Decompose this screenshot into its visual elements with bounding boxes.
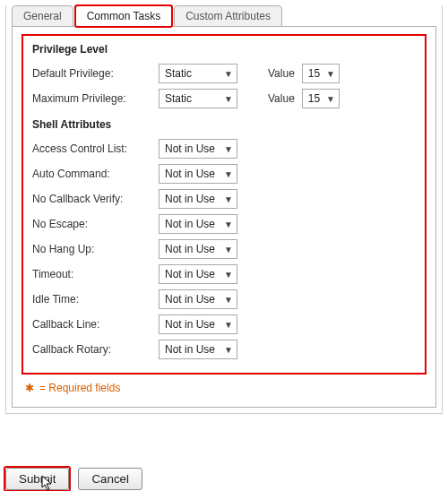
select-default-privilege-mode[interactable]: Static ▼ [159, 64, 237, 83]
row-auto-command: Auto Command: Not in Use ▼ [32, 163, 416, 185]
chevron-down-icon: ▼ [224, 345, 233, 355]
select-no-hang-up[interactable]: Not in Use ▼ [159, 239, 237, 259]
select-value: Not in Use [165, 193, 215, 205]
tab-general[interactable]: General [12, 5, 73, 27]
chevron-down-icon: ▼ [224, 194, 233, 204]
chevron-down-icon: ▼ [224, 220, 233, 229]
select-value: Not in Use [165, 318, 215, 331]
label-idle-time: Idle Time: [32, 293, 153, 306]
label-default-privilege: Default Privilege: [32, 67, 153, 80]
chevron-down-icon: ▼ [326, 94, 335, 104]
label-value: Value [268, 92, 295, 105]
section-privilege-level: Privilege Level [32, 43, 416, 56]
select-value: Not in Use [165, 268, 215, 280]
label-acl: Access Control List: [32, 142, 153, 155]
chevron-down-icon: ▼ [224, 144, 233, 154]
row-timeout: Timeout: Not in Use ▼ [32, 263, 416, 285]
row-idle-time: Idle Time: Not in Use ▼ [32, 289, 416, 310]
row-no-hang-up: No Hang Up: Not in Use ▼ [32, 238, 416, 260]
tab-common-tasks[interactable]: Common Tasks [75, 5, 172, 27]
select-value: 15 [308, 92, 320, 105]
config-panel: General Common Tasks Custom Attributes P… [5, 5, 443, 414]
select-value: Not in Use [165, 243, 215, 255]
tab-body: Privilege Level Default Privilege: Stati… [12, 26, 436, 408]
select-timeout[interactable]: Not in Use ▼ [159, 264, 237, 284]
chevron-down-icon: ▼ [224, 270, 233, 280]
select-no-escape[interactable]: Not in Use ▼ [159, 214, 237, 234]
chevron-down-icon: ▼ [224, 320, 233, 330]
select-callback-line[interactable]: Not in Use ▼ [159, 314, 237, 334]
row-callback-rotary: Callback Rotary: Not in Use ▼ [32, 339, 416, 360]
chevron-down-icon: ▼ [224, 94, 233, 104]
chevron-down-icon: ▼ [224, 69, 233, 79]
row-default-privilege: Default Privilege: Static ▼ Value 15 ▼ [32, 63, 416, 84]
select-maximum-privilege-value[interactable]: 15 ▼ [302, 89, 340, 108]
label-no-escape: No Escape: [32, 218, 153, 230]
row-no-escape: No Escape: Not in Use ▼ [32, 213, 416, 235]
label-callback-rotary: Callback Rotary: [32, 343, 153, 356]
label-no-callback-verify: No Callback Verify: [32, 193, 153, 205]
label-timeout: Timeout: [32, 268, 153, 280]
row-callback-line: Callback Line: Not in Use ▼ [32, 314, 416, 335]
select-value: Not in Use [165, 293, 215, 306]
select-default-privilege-value[interactable]: 15 ▼ [302, 64, 340, 83]
tab-strip: General Common Tasks Custom Attributes [12, 5, 436, 27]
select-value: Not in Use [165, 142, 215, 155]
select-value: Not in Use [165, 343, 215, 356]
label-value: Value [268, 67, 295, 80]
label-auto-command: Auto Command: [32, 168, 153, 180]
cancel-button[interactable]: Cancel [78, 468, 142, 490]
chevron-down-icon: ▼ [224, 245, 233, 254]
submit-button[interactable]: Submit [5, 468, 69, 490]
label-no-hang-up: No Hang Up: [32, 243, 153, 255]
row-acl: Access Control List: Not in Use ▼ [32, 138, 416, 159]
section-shell-attributes: Shell Attributes [32, 118, 416, 131]
select-value: Not in Use [165, 168, 215, 180]
select-maximum-privilege-mode[interactable]: Static ▼ [159, 89, 237, 108]
required-icon: ✱ [25, 382, 34, 394]
select-callback-rotary[interactable]: Not in Use ▼ [159, 340, 237, 359]
highlighted-settings-box: Privilege Level Default Privilege: Stati… [22, 34, 426, 375]
action-bar: Submit Cancel [5, 468, 443, 490]
row-no-callback-verify: No Callback Verify: Not in Use ▼ [32, 188, 416, 210]
chevron-down-icon: ▼ [224, 295, 233, 305]
row-maximum-privilege: Maximum Privilege: Static ▼ Value 15 ▼ [32, 88, 416, 109]
chevron-down-icon: ▼ [326, 69, 335, 79]
chevron-down-icon: ▼ [224, 169, 233, 179]
label-callback-line: Callback Line: [32, 318, 153, 331]
required-fields-note: ✱ = Required fields [25, 382, 426, 394]
required-fields-text: = Required fields [39, 382, 120, 394]
label-maximum-privilege: Maximum Privilege: [32, 92, 153, 105]
select-value: 15 [308, 67, 320, 80]
select-auto-command[interactable]: Not in Use ▼ [159, 164, 237, 184]
select-no-callback-verify[interactable]: Not in Use ▼ [159, 189, 237, 209]
select-acl[interactable]: Not in Use ▼ [159, 139, 237, 159]
tab-custom-attributes[interactable]: Custom Attributes [174, 5, 282, 27]
select-value: Static [165, 92, 192, 105]
select-value: Static [165, 67, 192, 80]
select-value: Not in Use [165, 218, 215, 230]
select-idle-time[interactable]: Not in Use ▼ [159, 289, 237, 309]
